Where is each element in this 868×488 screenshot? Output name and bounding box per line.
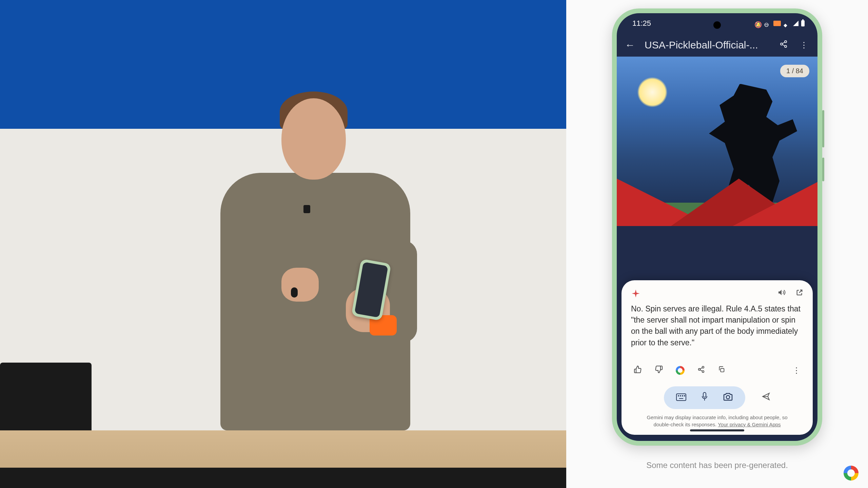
svg-line-8 — [700, 368, 702, 369]
phone-screen: 11:25 ← USA-Pickleball-Official-... ⋮ — [617, 13, 817, 441]
cast-icon — [773, 21, 781, 26]
status-time: 11:25 — [632, 19, 651, 28]
desk — [0, 430, 566, 468]
input-mode-pill — [664, 386, 745, 409]
battery-icon — [801, 20, 805, 26]
silent-icon — [754, 20, 761, 27]
pregenerated-caption: Some content has been pre-generated. — [646, 461, 788, 470]
status-icons — [754, 20, 805, 27]
google-search-button[interactable] — [676, 366, 685, 375]
mic-button[interactable] — [701, 392, 708, 404]
thumbs-up-button[interactable] — [634, 365, 642, 375]
more-button[interactable]: ⋮ — [798, 40, 809, 50]
svg-line-3 — [783, 42, 785, 44]
page-count-badge: 1 / 84 — [780, 65, 809, 77]
presenter-figure — [186, 78, 403, 430]
input-row — [631, 384, 803, 414]
send-button[interactable] — [762, 392, 770, 403]
read-aloud-button[interactable] — [777, 288, 786, 299]
svg-point-5 — [702, 366, 704, 368]
svg-rect-11 — [676, 394, 686, 401]
volume-button — [822, 110, 824, 147]
svg-point-0 — [785, 41, 787, 43]
google-logo-icon — [844, 466, 859, 481]
svg-line-4 — [783, 45, 785, 46]
app-header: ← USA-Pickleball-Official-... ⋮ — [617, 34, 817, 57]
keyboard-button[interactable] — [676, 392, 686, 403]
camera-button[interactable] — [723, 392, 733, 403]
svg-point-7 — [702, 371, 704, 373]
disclaimer-text: Gemini may display inaccurate info, incl… — [631, 414, 803, 428]
document-title: USA-Pickleball-Official-... — [645, 39, 769, 51]
svg-line-9 — [700, 370, 702, 371]
feedback-row: ⋮ — [631, 362, 803, 384]
red-triangle-graphic — [617, 179, 817, 226]
open-external-button[interactable] — [796, 289, 803, 298]
signal-icon — [793, 21, 798, 26]
copy-button[interactable] — [718, 366, 725, 375]
power-button — [822, 158, 824, 181]
share-button[interactable] — [778, 40, 789, 50]
presenter-video-panel — [0, 0, 566, 488]
svg-rect-10 — [721, 368, 724, 372]
privacy-link[interactable]: Your privacy & Gemini Apps — [718, 422, 781, 427]
gemini-response-card: No. Spin serves are illegal. Rule 4.A.5 … — [622, 280, 813, 435]
svg-point-14 — [682, 395, 683, 396]
svg-point-2 — [785, 45, 787, 47]
svg-point-12 — [678, 395, 679, 396]
svg-point-13 — [680, 395, 681, 396]
front-camera-icon — [713, 21, 721, 29]
share-response-button[interactable] — [697, 366, 705, 375]
back-button[interactable]: ← — [625, 39, 635, 51]
svg-point-1 — [781, 43, 783, 45]
nav-bar-handle[interactable] — [690, 429, 744, 431]
gemini-spark-icon — [631, 289, 640, 298]
svg-point-15 — [684, 395, 685, 396]
response-more-button[interactable]: ⋮ — [792, 366, 801, 375]
phone-mockup-panel: 11:25 ← USA-Pickleball-Official-... ⋮ — [566, 0, 868, 488]
sun-graphic — [637, 77, 668, 107]
card-header — [631, 288, 803, 299]
svg-rect-17 — [703, 392, 706, 397]
desk-shadow — [0, 468, 566, 488]
thumbs-down-button[interactable] — [655, 365, 663, 375]
phone-device-frame: 11:25 ← USA-Pickleball-Official-... ⋮ — [612, 8, 822, 446]
network-icon — [784, 20, 790, 27]
dnd-icon — [764, 20, 771, 27]
svg-point-6 — [698, 368, 701, 370]
document-cover-image[interactable]: 1 / 84 — [617, 57, 817, 226]
gemini-response-text: No. Spin serves are illegal. Rule 4.A.5 … — [631, 303, 803, 348]
svg-point-18 — [726, 395, 730, 399]
laptop — [0, 363, 92, 430]
lavalier-mic-icon — [303, 205, 310, 213]
